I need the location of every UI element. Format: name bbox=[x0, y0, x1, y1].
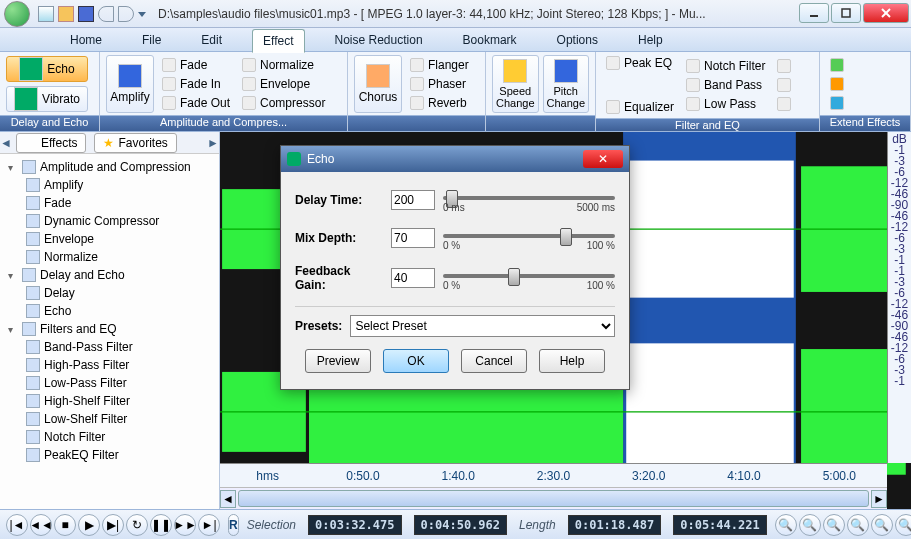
ribbon-amplify-button[interactable]: Amplify bbox=[106, 55, 154, 113]
tree-item[interactable]: High-Shelf Filter bbox=[4, 392, 215, 410]
menu-edit[interactable]: Edit bbox=[191, 29, 232, 51]
tree-item[interactable]: Fade bbox=[4, 194, 215, 212]
feedback-gain-input[interactable] bbox=[391, 268, 435, 288]
effects-tree[interactable]: ▾Amplitude and CompressionAmplifyFadeDyn… bbox=[0, 154, 219, 509]
transport-record-button[interactable]: R bbox=[228, 514, 239, 536]
tree-group[interactable]: ▾Filters and EQ bbox=[4, 320, 215, 338]
ribbon-normalize-button[interactable]: Normalize bbox=[238, 56, 329, 74]
ribbon-peakeq-button[interactable]: Peak EQ bbox=[602, 54, 678, 72]
ribbon-ext1-button[interactable] bbox=[826, 56, 848, 74]
transport-loop-button[interactable]: ↻ bbox=[126, 514, 148, 536]
ribbon-compressor-button[interactable]: Compressor bbox=[238, 94, 329, 112]
scroll-left-icon[interactable]: ◄ bbox=[220, 490, 236, 508]
transport-rewind-button[interactable]: ◄◄ bbox=[30, 514, 52, 536]
tree-item[interactable]: Band-Pass Filter bbox=[4, 338, 215, 356]
panel-prev-icon[interactable]: ◄ bbox=[0, 136, 12, 150]
tree-item[interactable]: Envelope bbox=[4, 230, 215, 248]
presets-select[interactable]: Select Preset bbox=[350, 315, 615, 337]
mix-depth-slider[interactable]: 0 % 100 % bbox=[443, 226, 615, 250]
menu-home[interactable]: Home bbox=[60, 29, 112, 51]
maximize-button[interactable] bbox=[831, 3, 861, 23]
menu-options[interactable]: Options bbox=[547, 29, 608, 51]
mix-depth-input[interactable] bbox=[391, 228, 435, 248]
tree-item[interactable]: Normalize bbox=[4, 248, 215, 266]
ribbon-lowpass-button[interactable]: Low Pass bbox=[682, 95, 769, 113]
qat-more-icon[interactable] bbox=[138, 12, 146, 17]
tree-item[interactable]: Echo bbox=[4, 302, 215, 320]
qat-new-icon[interactable] bbox=[38, 6, 54, 22]
tree-item[interactable]: PeakEQ Filter bbox=[4, 446, 215, 464]
menu-noise-reduction[interactable]: Noise Reduction bbox=[325, 29, 433, 51]
tree-item[interactable]: High-Pass Filter bbox=[4, 356, 215, 374]
tree-group[interactable]: ▾Delay and Echo bbox=[4, 266, 215, 284]
transport-skip-end-button[interactable]: ►| bbox=[198, 514, 220, 536]
ribbon-envelope-button[interactable]: Envelope bbox=[238, 75, 329, 93]
transport-skip-start-button[interactable]: |◄ bbox=[6, 514, 28, 536]
ribbon-fadeout-button[interactable]: Fade Out bbox=[158, 94, 234, 112]
horizontal-scrollbar[interactable]: ◄ ► bbox=[220, 487, 887, 509]
zoom-vert-out-button[interactable]: 🔍 bbox=[895, 514, 911, 536]
zoom-in-button[interactable]: 🔍 bbox=[799, 514, 821, 536]
ribbon-pitch-button[interactable]: Pitch Change bbox=[543, 55, 590, 113]
tree-item[interactable]: Dynamic Compressor bbox=[4, 212, 215, 230]
zoom-vert-in-button[interactable]: 🔍 bbox=[871, 514, 893, 536]
ribbon-extra3-button[interactable] bbox=[773, 95, 795, 113]
qat-redo-icon[interactable] bbox=[118, 6, 134, 22]
app-orb-icon[interactable] bbox=[4, 1, 30, 27]
ribbon-echo-button[interactable]: Echo bbox=[6, 56, 88, 82]
ribbon-reverb-button[interactable]: Reverb bbox=[406, 94, 473, 112]
tree-item[interactable]: Low-Pass Filter bbox=[4, 374, 215, 392]
zoom-fit-button[interactable]: 🔍 bbox=[847, 514, 869, 536]
transport-forward-button[interactable]: ►► bbox=[174, 514, 196, 536]
qat-open-icon[interactable] bbox=[58, 6, 74, 22]
panel-next-icon[interactable]: ► bbox=[207, 136, 219, 150]
ribbon-equalizer-button[interactable]: Equalizer bbox=[602, 98, 678, 116]
cancel-button[interactable]: Cancel bbox=[461, 349, 527, 373]
help-button[interactable]: Help bbox=[539, 349, 605, 373]
transport-play-button[interactable]: ▶ bbox=[78, 514, 100, 536]
preview-button[interactable]: Preview bbox=[305, 349, 371, 373]
ribbon-extra1-button[interactable] bbox=[773, 57, 795, 75]
transport-stop-button[interactable]: ■ bbox=[54, 514, 76, 536]
zoom-selection-button[interactable]: 🔍 bbox=[775, 514, 797, 536]
tab-effects[interactable]: Effects bbox=[16, 133, 86, 153]
ribbon-bandpass-button[interactable]: Band Pass bbox=[682, 76, 769, 94]
close-button[interactable] bbox=[863, 3, 909, 23]
ribbon-fadein-button[interactable]: Fade In bbox=[158, 75, 234, 93]
ribbon-vibrato-button[interactable]: Vibrato bbox=[6, 86, 88, 112]
ribbon-ext3-button[interactable] bbox=[826, 94, 848, 112]
tree-group[interactable]: ▾Amplitude and Compression bbox=[4, 158, 215, 176]
menu-bookmark[interactable]: Bookmark bbox=[453, 29, 527, 51]
ribbon-flanger-button[interactable]: Flanger bbox=[406, 56, 473, 74]
qat-save-icon[interactable] bbox=[78, 6, 94, 22]
menu-help[interactable]: Help bbox=[628, 29, 673, 51]
ok-button[interactable]: OK bbox=[383, 349, 449, 373]
ribbon-extra2-button[interactable] bbox=[773, 76, 795, 94]
delay-time-slider[interactable]: 0 ms 5000 ms bbox=[443, 188, 615, 212]
ribbon-ext2-button[interactable] bbox=[826, 75, 848, 93]
menu-effect[interactable]: Effect bbox=[252, 29, 304, 53]
ribbon-fade-button[interactable]: Fade bbox=[158, 56, 234, 74]
minimize-button[interactable] bbox=[799, 3, 829, 23]
dialog-titlebar[interactable]: Echo ✕ bbox=[281, 146, 629, 172]
tab-favorites[interactable]: ★Favorites bbox=[94, 133, 176, 153]
transport-play-selection-button[interactable]: ▶| bbox=[102, 514, 124, 536]
ribbon-speed-button[interactable]: Speed Change bbox=[492, 55, 539, 113]
tree-item[interactable]: Amplify bbox=[4, 176, 215, 194]
tree-item[interactable]: Low-Shelf Filter bbox=[4, 410, 215, 428]
scroll-right-icon[interactable]: ► bbox=[871, 490, 887, 508]
ribbon-notch-button[interactable]: Notch Filter bbox=[682, 57, 769, 75]
zoom-out-button[interactable]: 🔍 bbox=[823, 514, 845, 536]
tree-item[interactable]: Delay bbox=[4, 284, 215, 302]
effect-icon bbox=[26, 412, 40, 426]
ribbon-chorus-button[interactable]: Chorus bbox=[354, 55, 402, 113]
delay-time-input[interactable] bbox=[391, 190, 435, 210]
tree-item[interactable]: Notch Filter bbox=[4, 428, 215, 446]
transport-pause-button[interactable]: ❚❚ bbox=[150, 514, 172, 536]
qat-undo-icon[interactable] bbox=[98, 6, 114, 22]
feedback-gain-slider[interactable]: 0 % 100 % bbox=[443, 266, 615, 290]
ribbon-phaser-button[interactable]: Phaser bbox=[406, 75, 473, 93]
scroll-thumb[interactable] bbox=[238, 490, 869, 507]
menu-file[interactable]: File bbox=[132, 29, 171, 51]
dialog-close-button[interactable]: ✕ bbox=[583, 150, 623, 168]
